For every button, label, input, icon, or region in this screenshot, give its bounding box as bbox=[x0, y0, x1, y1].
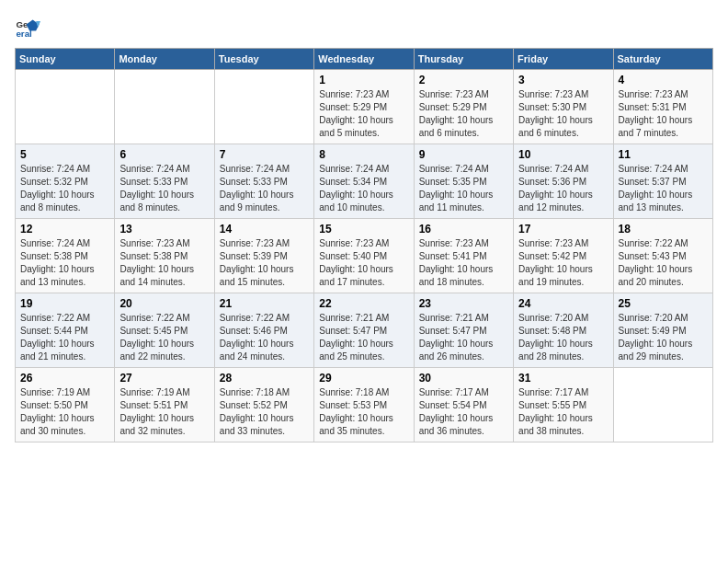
day-detail: Sunrise: 7:23 AM Sunset: 5:39 PM Dayligh… bbox=[220, 237, 309, 289]
calendar-cell: 29Sunrise: 7:18 AM Sunset: 5:53 PM Dayli… bbox=[314, 368, 414, 442]
calendar-cell: 25Sunrise: 7:20 AM Sunset: 5:49 PM Dayli… bbox=[613, 293, 712, 368]
day-detail: Sunrise: 7:24 AM Sunset: 5:33 PM Dayligh… bbox=[220, 163, 309, 214]
calendar-cell: 22Sunrise: 7:21 AM Sunset: 5:47 PM Dayli… bbox=[314, 293, 414, 368]
day-detail: Sunrise: 7:17 AM Sunset: 5:54 PM Dayligh… bbox=[419, 386, 508, 438]
day-detail: Sunrise: 7:24 AM Sunset: 5:34 PM Dayligh… bbox=[319, 163, 408, 214]
calendar-cell bbox=[214, 70, 313, 144]
day-number: 14 bbox=[220, 223, 309, 236]
day-number: 25 bbox=[619, 297, 708, 310]
calendar-week-row: 5Sunrise: 7:24 AM Sunset: 5:32 PM Daylig… bbox=[16, 144, 713, 219]
calendar-cell: 21Sunrise: 7:22 AM Sunset: 5:46 PM Dayli… bbox=[214, 293, 313, 368]
calendar-cell: 6Sunrise: 7:24 AM Sunset: 5:33 PM Daylig… bbox=[115, 144, 214, 219]
day-number: 18 bbox=[619, 223, 708, 236]
day-number: 11 bbox=[619, 148, 708, 161]
day-detail: Sunrise: 7:23 AM Sunset: 5:38 PM Dayligh… bbox=[119, 237, 209, 289]
day-detail: Sunrise: 7:22 AM Sunset: 5:46 PM Dayligh… bbox=[220, 312, 309, 363]
calendar-cell bbox=[613, 368, 712, 442]
calendar-cell bbox=[115, 70, 214, 144]
day-number: 20 bbox=[119, 297, 209, 310]
day-number: 26 bbox=[20, 372, 109, 385]
calendar-cell: 16Sunrise: 7:23 AM Sunset: 5:41 PM Dayli… bbox=[414, 219, 513, 293]
day-number: 10 bbox=[518, 148, 608, 161]
calendar-cell: 2Sunrise: 7:23 AM Sunset: 5:29 PM Daylig… bbox=[414, 70, 513, 144]
day-number: 31 bbox=[518, 372, 608, 385]
day-detail: Sunrise: 7:24 AM Sunset: 5:36 PM Dayligh… bbox=[518, 163, 608, 214]
calendar-cell: 9Sunrise: 7:24 AM Sunset: 5:35 PM Daylig… bbox=[414, 144, 513, 219]
calendar-cell: 13Sunrise: 7:23 AM Sunset: 5:38 PM Dayli… bbox=[115, 219, 214, 293]
day-detail: Sunrise: 7:23 AM Sunset: 5:31 PM Dayligh… bbox=[619, 88, 708, 140]
day-detail: Sunrise: 7:23 AM Sunset: 5:30 PM Dayligh… bbox=[518, 88, 608, 140]
weekday-header-monday: Monday bbox=[115, 49, 214, 70]
day-number: 29 bbox=[319, 372, 408, 385]
calendar-cell: 3Sunrise: 7:23 AM Sunset: 5:30 PM Daylig… bbox=[514, 70, 613, 144]
day-detail: Sunrise: 7:24 AM Sunset: 5:37 PM Dayligh… bbox=[619, 163, 708, 214]
day-detail: Sunrise: 7:20 AM Sunset: 5:48 PM Dayligh… bbox=[518, 312, 608, 363]
weekday-header-friday: Friday bbox=[514, 49, 613, 70]
day-number: 17 bbox=[518, 223, 608, 236]
day-number: 21 bbox=[220, 297, 309, 310]
day-number: 24 bbox=[518, 297, 608, 310]
calendar-cell: 23Sunrise: 7:21 AM Sunset: 5:47 PM Dayli… bbox=[414, 293, 513, 368]
day-number: 3 bbox=[518, 74, 608, 86]
calendar-cell: 28Sunrise: 7:18 AM Sunset: 5:52 PM Dayli… bbox=[214, 368, 313, 442]
day-number: 8 bbox=[319, 148, 408, 161]
day-detail: Sunrise: 7:22 AM Sunset: 5:43 PM Dayligh… bbox=[619, 237, 708, 289]
day-detail: Sunrise: 7:18 AM Sunset: 5:52 PM Dayligh… bbox=[220, 386, 309, 438]
calendar-week-row: 1Sunrise: 7:23 AM Sunset: 5:29 PM Daylig… bbox=[16, 70, 713, 144]
day-number: 22 bbox=[319, 297, 408, 310]
day-detail: Sunrise: 7:21 AM Sunset: 5:47 PM Dayligh… bbox=[319, 312, 408, 363]
day-detail: Sunrise: 7:23 AM Sunset: 5:41 PM Dayligh… bbox=[419, 237, 508, 289]
calendar-cell: 31Sunrise: 7:17 AM Sunset: 5:55 PM Dayli… bbox=[514, 368, 613, 442]
calendar-week-row: 19Sunrise: 7:22 AM Sunset: 5:44 PM Dayli… bbox=[16, 293, 713, 368]
calendar-cell: 19Sunrise: 7:22 AM Sunset: 5:44 PM Dayli… bbox=[16, 293, 115, 368]
day-number: 9 bbox=[419, 148, 508, 161]
calendar-cell: 14Sunrise: 7:23 AM Sunset: 5:39 PM Dayli… bbox=[214, 219, 313, 293]
day-detail: Sunrise: 7:22 AM Sunset: 5:45 PM Dayligh… bbox=[119, 312, 209, 363]
calendar-cell: 24Sunrise: 7:20 AM Sunset: 5:48 PM Dayli… bbox=[514, 293, 613, 368]
weekday-header-tuesday: Tuesday bbox=[214, 49, 313, 70]
calendar-cell: 18Sunrise: 7:22 AM Sunset: 5:43 PM Dayli… bbox=[613, 219, 712, 293]
calendar-cell: 17Sunrise: 7:23 AM Sunset: 5:42 PM Dayli… bbox=[514, 219, 613, 293]
weekday-header-saturday: Saturday bbox=[613, 49, 712, 70]
day-detail: Sunrise: 7:17 AM Sunset: 5:55 PM Dayligh… bbox=[518, 386, 608, 438]
day-number: 27 bbox=[119, 372, 209, 385]
calendar-cell: 4Sunrise: 7:23 AM Sunset: 5:31 PM Daylig… bbox=[613, 70, 712, 144]
calendar-week-row: 26Sunrise: 7:19 AM Sunset: 5:50 PM Dayli… bbox=[16, 368, 713, 442]
calendar-cell: 20Sunrise: 7:22 AM Sunset: 5:45 PM Dayli… bbox=[115, 293, 214, 368]
day-number: 1 bbox=[319, 74, 408, 86]
calendar-cell: 12Sunrise: 7:24 AM Sunset: 5:38 PM Dayli… bbox=[16, 219, 115, 293]
day-number: 16 bbox=[419, 223, 508, 236]
calendar-cell: 7Sunrise: 7:24 AM Sunset: 5:33 PM Daylig… bbox=[214, 144, 313, 219]
calendar-cell: 10Sunrise: 7:24 AM Sunset: 5:36 PM Dayli… bbox=[514, 144, 613, 219]
day-detail: Sunrise: 7:22 AM Sunset: 5:44 PM Dayligh… bbox=[20, 312, 109, 363]
weekday-header-row: SundayMondayTuesdayWednesdayThursdayFrid… bbox=[16, 49, 713, 70]
day-detail: Sunrise: 7:18 AM Sunset: 5:53 PM Dayligh… bbox=[319, 386, 408, 438]
day-number: 5 bbox=[20, 148, 109, 161]
calendar-cell: 5Sunrise: 7:24 AM Sunset: 5:32 PM Daylig… bbox=[16, 144, 115, 219]
day-detail: Sunrise: 7:23 AM Sunset: 5:29 PM Dayligh… bbox=[419, 88, 508, 140]
day-number: 13 bbox=[119, 223, 209, 236]
logo-icon: Gen eral bbox=[15, 15, 40, 40]
day-number: 12 bbox=[20, 223, 109, 236]
day-detail: Sunrise: 7:24 AM Sunset: 5:38 PM Dayligh… bbox=[20, 237, 109, 289]
calendar-cell: 30Sunrise: 7:17 AM Sunset: 5:54 PM Dayli… bbox=[414, 368, 513, 442]
calendar-cell: 8Sunrise: 7:24 AM Sunset: 5:34 PM Daylig… bbox=[314, 144, 414, 219]
calendar-cell: 1Sunrise: 7:23 AM Sunset: 5:29 PM Daylig… bbox=[314, 70, 414, 144]
calendar-cell: 11Sunrise: 7:24 AM Sunset: 5:37 PM Dayli… bbox=[613, 144, 712, 219]
weekday-header-sunday: Sunday bbox=[16, 49, 115, 70]
day-detail: Sunrise: 7:23 AM Sunset: 5:40 PM Dayligh… bbox=[319, 237, 408, 289]
day-detail: Sunrise: 7:23 AM Sunset: 5:42 PM Dayligh… bbox=[518, 237, 608, 289]
calendar-week-row: 12Sunrise: 7:24 AM Sunset: 5:38 PM Dayli… bbox=[16, 219, 713, 293]
calendar-table: SundayMondayTuesdayWednesdayThursdayFrid… bbox=[15, 48, 713, 442]
page-header: Gen eral bbox=[15, 15, 713, 40]
weekday-header-thursday: Thursday bbox=[414, 49, 513, 70]
day-detail: Sunrise: 7:24 AM Sunset: 5:32 PM Dayligh… bbox=[20, 163, 109, 214]
weekday-header-wednesday: Wednesday bbox=[314, 49, 414, 70]
calendar-cell bbox=[16, 70, 115, 144]
calendar-cell: 15Sunrise: 7:23 AM Sunset: 5:40 PM Dayli… bbox=[314, 219, 414, 293]
calendar-cell: 26Sunrise: 7:19 AM Sunset: 5:50 PM Dayli… bbox=[16, 368, 115, 442]
day-detail: Sunrise: 7:19 AM Sunset: 5:50 PM Dayligh… bbox=[20, 386, 109, 438]
day-detail: Sunrise: 7:21 AM Sunset: 5:47 PM Dayligh… bbox=[419, 312, 508, 363]
calendar-cell: 27Sunrise: 7:19 AM Sunset: 5:51 PM Dayli… bbox=[115, 368, 214, 442]
day-number: 19 bbox=[20, 297, 109, 310]
